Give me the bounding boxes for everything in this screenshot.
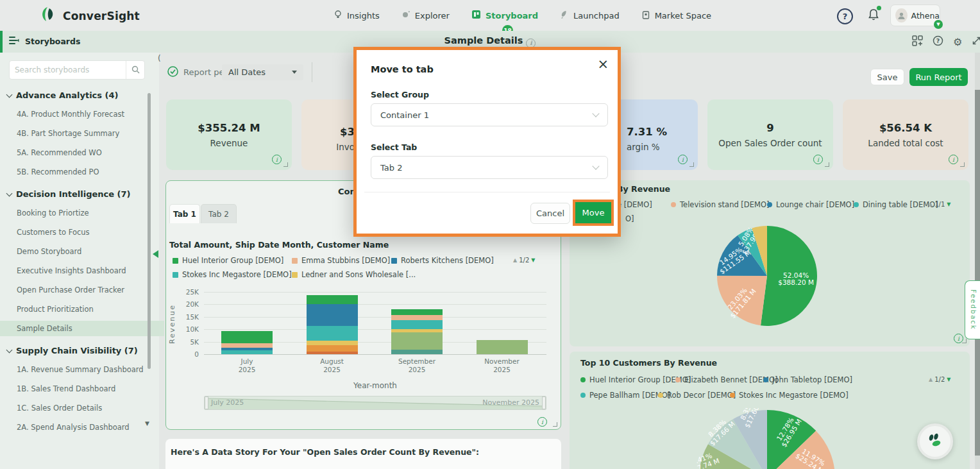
sidebar-item[interactable]: 4B. Part Shortage Summary bbox=[0, 126, 158, 141]
sidebar-item[interactable]: Demo Storyboard bbox=[0, 244, 158, 259]
bar-segment[interactable] bbox=[221, 348, 273, 350]
nav-item-insights[interactable]: Insights bbox=[334, 10, 380, 21]
date-range-slider[interactable]: July 2025 November 2025 bbox=[204, 396, 546, 410]
bar-segment[interactable] bbox=[307, 345, 358, 352]
bar-segment[interactable] bbox=[221, 331, 273, 343]
sidebar-section-supply-chain-visibility[interactable]: Supply Chain Visibility (7) bbox=[7, 346, 138, 355]
bar-segment[interactable] bbox=[391, 350, 443, 354]
info-icon[interactable]: i bbox=[949, 155, 958, 164]
legend-item[interactable]: Huel Interior Group [DEMO] bbox=[173, 256, 283, 265]
brand-logo[interactable]: ConverSight bbox=[38, 5, 140, 27]
bar-segment[interactable] bbox=[307, 341, 358, 346]
resize-corner[interactable] bbox=[553, 422, 557, 427]
legend-item[interactable]: Lounge chair [DEMO] bbox=[767, 200, 854, 209]
user-menu[interactable]: Athena ▼ bbox=[890, 4, 940, 26]
bar-segment[interactable] bbox=[307, 304, 358, 326]
bar-segment[interactable] bbox=[307, 295, 358, 305]
legend-prev-icon[interactable]: ▲ bbox=[929, 201, 933, 207]
resize-corner[interactable] bbox=[825, 162, 829, 167]
close-icon[interactable]: × bbox=[597, 58, 609, 71]
nav-item-market-space[interactable]: Market Space bbox=[641, 10, 711, 21]
info-icon[interactable]: i bbox=[537, 417, 547, 427]
slider-handle-right[interactable] bbox=[542, 397, 546, 409]
add-widget-icon[interactable] bbox=[912, 35, 923, 49]
feedback-tab[interactable]: Feedback bbox=[965, 280, 980, 339]
resize-corner[interactable] bbox=[960, 162, 965, 167]
sidebar-item[interactable]: Customers to Focus bbox=[0, 225, 158, 240]
bar-segment[interactable] bbox=[391, 315, 443, 320]
sidebar-item[interactable]: 1C. Sales Order Details bbox=[0, 400, 158, 416]
legend-item[interactable]: Pepe Ballham [DEMO] bbox=[580, 391, 670, 400]
info-icon[interactable]: i bbox=[813, 155, 823, 164]
resize-corner[interactable] bbox=[689, 162, 694, 167]
legend-item[interactable]: Elizabeth Bennet [DEMO] bbox=[675, 375, 777, 384]
bar-segment[interactable] bbox=[221, 343, 273, 348]
slider-handle-left[interactable] bbox=[205, 397, 208, 409]
legend-next-icon[interactable]: ▼ bbox=[947, 201, 950, 207]
resize-corner[interactable] bbox=[962, 339, 967, 343]
bar-segment[interactable] bbox=[391, 332, 443, 350]
legend-item[interactable]: Stokes Inc Megastore [DEMO] bbox=[173, 270, 292, 279]
report-period-check-icon[interactable] bbox=[167, 66, 178, 80]
notifications-button[interactable] bbox=[867, 8, 880, 24]
legend-item[interactable]: John Tabletop [DEMO] bbox=[763, 375, 852, 384]
legend-item[interactable]: Stokes Inc Megastore [DEMO] bbox=[730, 391, 849, 400]
stacked-bar-chart[interactable]: 05K10K15K20K25KJuly 2025August 2025Septe… bbox=[204, 288, 546, 354]
legend-prev-icon[interactable]: ▲ bbox=[929, 377, 933, 382]
tab-1[interactable]: Tab 1 bbox=[169, 204, 200, 223]
sidebar-item[interactable]: 5A. Recommended WO bbox=[0, 145, 158, 160]
group-select[interactable]: Container 1 bbox=[371, 103, 608, 126]
sidebar-collapse-arrow[interactable] bbox=[153, 250, 158, 258]
cancel-button[interactable]: Cancel bbox=[530, 203, 570, 224]
athena-chat-button[interactable] bbox=[917, 423, 953, 459]
help-button[interactable]: ? bbox=[837, 8, 853, 24]
bar-segment[interactable] bbox=[221, 350, 273, 354]
tab-select[interactable]: Tab 2 bbox=[371, 156, 608, 179]
sidebar-section-advance-analytics[interactable]: Advance Analytics (4) bbox=[7, 90, 119, 100]
legend-next-icon[interactable]: ▼ bbox=[947, 377, 950, 382]
sidebar-item-selected[interactable]: Sample Details bbox=[0, 321, 164, 336]
bar-segment[interactable] bbox=[391, 309, 443, 315]
resize-corner[interactable] bbox=[283, 162, 288, 167]
sidebar-item[interactable]: 1B. Sales Trend Dashboard bbox=[0, 381, 158, 397]
sidebar-item[interactable]: Product Prioritization bbox=[0, 302, 158, 317]
legend-item[interactable]: Emma Stubbins [DEMO] bbox=[292, 256, 390, 265]
info-icon[interactable]: i bbox=[272, 155, 282, 164]
sidebar-item[interactable]: Booking to Priortize bbox=[0, 205, 158, 221]
sidebar-item[interactable]: 4A. Product Monthly Forecast bbox=[0, 107, 158, 122]
nav-item-launchpad[interactable]: Launchpad bbox=[560, 10, 620, 21]
legend-item[interactable]: Rob Decor [DEMO] bbox=[658, 391, 736, 400]
bar-segment[interactable] bbox=[391, 320, 443, 329]
search-input[interactable] bbox=[10, 65, 126, 74]
sidebar-item[interactable]: 1A. Revenue Summary Dashboard bbox=[0, 362, 158, 377]
legend-item[interactable]: Huel Interior Group [DEMO] bbox=[580, 375, 691, 384]
nav-item-storyboard[interactable]: Storyboard 18 bbox=[471, 10, 538, 21]
customers-pie-chart[interactable]: 12.78%$26.95 M11.97%$25.24 M11.09.11%8.4… bbox=[697, 408, 839, 469]
sidebar-item[interactable]: Open Purchase Order Tracker bbox=[0, 282, 158, 298]
help-icon[interactable]: ? bbox=[933, 35, 943, 49]
products-pie-chart[interactable]: 52.04%$388.20 M23.03%$171.81 M14.95%$111… bbox=[711, 222, 826, 337]
save-button[interactable]: Save bbox=[870, 69, 904, 85]
sidebar-section-decision-intelligence[interactable]: Decision Intelligence (7) bbox=[7, 189, 131, 199]
bar-segment[interactable] bbox=[391, 329, 443, 332]
date-filter-dropdown[interactable]: All Dates bbox=[222, 64, 303, 80]
legend-prev-icon[interactable]: ▲ bbox=[513, 257, 517, 263]
nav-item-explorer[interactable]: Explorer bbox=[401, 10, 450, 21]
main-scrollbar-thumb[interactable] bbox=[975, 90, 980, 456]
move-button[interactable]: Move bbox=[575, 202, 611, 223]
legend-item[interactable]: Roberts Kitchens [DEMO] bbox=[391, 256, 494, 265]
legend-item[interactable]: Dining table [DEMO] bbox=[854, 200, 938, 209]
sidebar-scroll-down-icon[interactable]: ▼ bbox=[145, 420, 149, 427]
legend-item[interactable]: Television stand [DEMO] bbox=[671, 200, 769, 209]
tab-2[interactable]: Tab 2 bbox=[201, 204, 237, 223]
sidebar-item[interactable]: 2A. Spend Analysis Dashboard bbox=[0, 420, 158, 435]
info-icon[interactable]: i bbox=[678, 155, 688, 164]
expand-icon[interactable] bbox=[972, 36, 980, 48]
bar-segment[interactable] bbox=[307, 326, 358, 341]
sidebar-scrollbar[interactable] bbox=[148, 93, 151, 369]
bar-segment[interactable] bbox=[307, 352, 358, 354]
run-report-button[interactable]: Run Report bbox=[909, 68, 968, 86]
gear-icon[interactable]: ⚙ bbox=[953, 36, 962, 48]
legend-item[interactable]: Ledner and Sons Wholesale [... bbox=[292, 270, 416, 279]
bar-segment[interactable] bbox=[477, 340, 528, 355]
